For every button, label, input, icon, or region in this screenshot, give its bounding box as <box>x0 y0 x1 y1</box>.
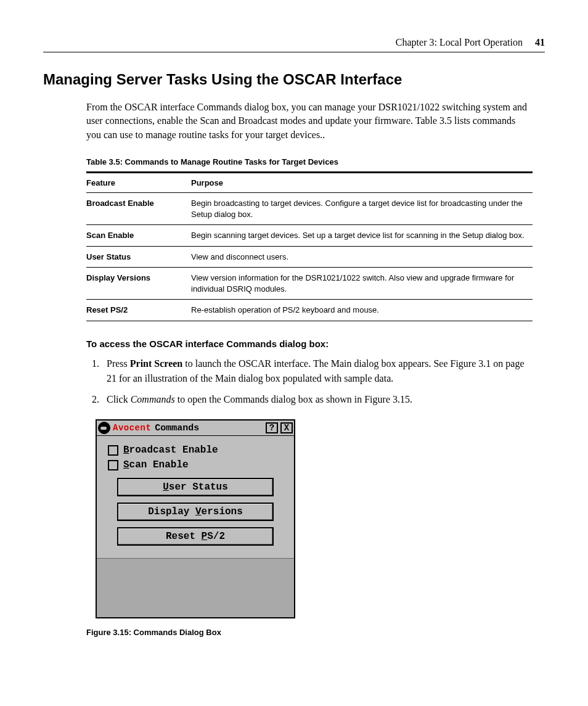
feature-cell: Display Versions <box>86 268 191 300</box>
purpose-cell: Begin broadcasting to target devices. Co… <box>191 193 533 225</box>
display-versions-button[interactable]: Display Versions <box>117 503 274 521</box>
checkbox-icon[interactable] <box>108 445 118 456</box>
table-caption: Table 3.5: Commands to Manage Routine Ta… <box>86 157 545 166</box>
intro-paragraph: From the OSCAR interface Commands dialog… <box>86 101 533 142</box>
dialog-titlebar: Avocent Commands ? X <box>97 421 294 436</box>
commands-dialog: Avocent Commands ? X Broadcast Enable Sc… <box>96 419 295 618</box>
table-row: Scan Enable Begin scanning target device… <box>86 225 533 247</box>
feature-cell: Broadcast Enable <box>86 193 191 225</box>
user-status-button[interactable]: User Status <box>117 478 274 496</box>
page-number: 41 <box>535 37 545 48</box>
feature-cell: Reset PS/2 <box>86 300 191 321</box>
dialog-lower-panel <box>97 558 294 617</box>
avocent-logo-icon <box>98 422 110 434</box>
col-feature: Feature <box>86 173 191 193</box>
reset-ps2-button[interactable]: Reset PS/2 <box>117 527 274 546</box>
step-text: to open the Commands dialog box as shown… <box>175 394 412 404</box>
page-header: Chapter 3: Local Port Operation 41 <box>43 37 545 52</box>
step-text: Click <box>107 394 131 404</box>
broadcast-enable-row[interactable]: Broadcast Enable <box>108 445 283 456</box>
broadcast-enable-label: Broadcast Enable <box>123 445 218 456</box>
brand-label: Avocent <box>113 423 151 433</box>
procedure-steps: Press Print Screen to launch the OSCAR i… <box>86 356 533 407</box>
dialog-body: Broadcast Enable Scan Enable User Status… <box>97 436 294 558</box>
purpose-cell: View version information for the DSR1021… <box>191 268 533 300</box>
step-text: Press <box>107 358 130 369</box>
table-row: Reset PS/2 Re-establish operation of PS/… <box>86 300 533 321</box>
table-row: Broadcast Enable Begin broadcasting to t… <box>86 193 533 225</box>
section-title: Managing Server Tasks Using the OSCAR In… <box>43 71 545 88</box>
col-purpose: Purpose <box>191 173 533 193</box>
chapter-label: Chapter 3: Local Port Operation <box>396 37 523 48</box>
dialog-buttons: User Status Display Versions Reset PS/2 <box>108 478 283 552</box>
close-button[interactable]: X <box>280 422 293 433</box>
dialog-title-label: Commands <box>155 423 199 433</box>
commands-dialog-figure: Avocent Commands ? X Broadcast Enable Sc… <box>96 419 545 618</box>
print-screen-label: Print Screen <box>130 358 182 369</box>
procedure-heading: To access the OSCAR interface Commands d… <box>86 339 545 349</box>
help-button[interactable]: ? <box>266 422 278 433</box>
scan-enable-label: Scan Enable <box>123 459 189 470</box>
step-1: Press Print Screen to launch the OSCAR i… <box>102 356 533 386</box>
checkbox-icon[interactable] <box>108 460 118 470</box>
table-row: User Status View and disconnect users. <box>86 246 533 268</box>
scan-enable-row[interactable]: Scan Enable <box>108 459 283 470</box>
purpose-cell: Begin scanning target devices. Set up a … <box>191 225 533 247</box>
commands-ref: Commands <box>131 394 175 404</box>
feature-table: Feature Purpose Broadcast Enable Begin b… <box>86 171 533 321</box>
purpose-cell: Re-establish operation of PS/2 keyboard … <box>191 300 533 321</box>
figure-caption: Figure 3.15: Commands Dialog Box <box>86 628 545 637</box>
table-row: Display Versions View version informatio… <box>86 268 533 300</box>
feature-cell: User Status <box>86 246 191 268</box>
step-2: Click Commands to open the Commands dial… <box>102 392 533 407</box>
feature-cell: Scan Enable <box>86 225 191 247</box>
purpose-cell: View and disconnect users. <box>191 246 533 268</box>
